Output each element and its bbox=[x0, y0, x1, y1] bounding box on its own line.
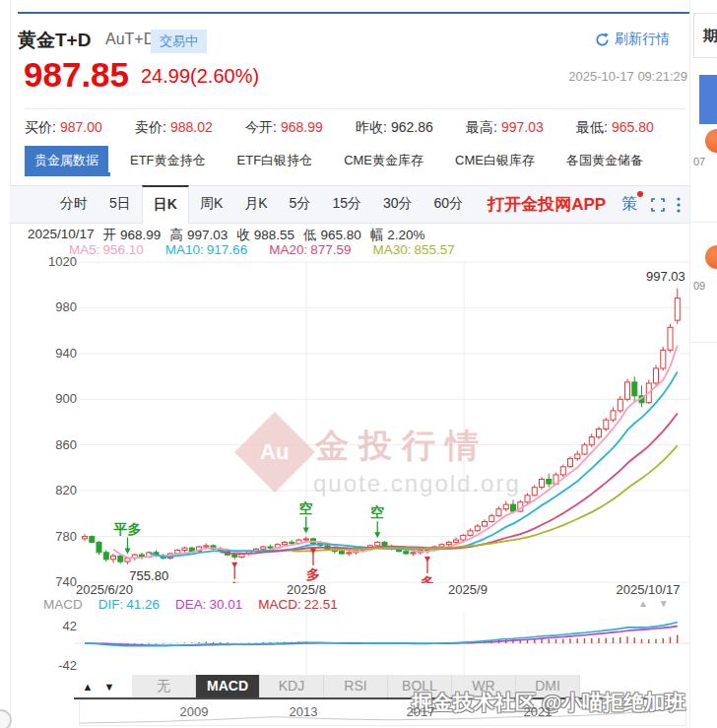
navigator-year: 2009 bbox=[180, 704, 209, 719]
svg-text:997.03: 997.03 bbox=[646, 269, 685, 284]
quote-item: 最低:965.80 bbox=[576, 119, 686, 137]
ohlc-value: 988.55 bbox=[254, 228, 294, 242]
instrument-code: AuT+D bbox=[105, 31, 155, 48]
data-tab-4[interactable]: CME白银库存 bbox=[445, 146, 545, 175]
more-menu-button[interactable] bbox=[677, 197, 681, 213]
gold-quote-page: 黄金T+D AuT+D 交易中 刷新行情 987.85 24.99(2.60%)… bbox=[0, 0, 717, 728]
quote-item: 今开:968.99 bbox=[245, 119, 356, 137]
active-tab-underline bbox=[25, 172, 110, 176]
y-axis-tick: 780 bbox=[30, 529, 77, 544]
kline-tab-8[interactable]: 60分 bbox=[424, 185, 475, 222]
kline-tab-0[interactable]: 分时 bbox=[49, 185, 98, 222]
kline-tab-3[interactable]: 周K bbox=[189, 185, 233, 222]
data-tab-0[interactable]: 贵金属数据 bbox=[25, 146, 108, 175]
data-tab-3[interactable]: CME黄金库存 bbox=[334, 146, 433, 175]
x-axis-tick: 2025/6/20 bbox=[76, 582, 133, 597]
data-tabs: 贵金属数据ETF黄金持仓ETF白银持仓CME黄金库存CME白银库存各国黄金储备 bbox=[25, 146, 665, 175]
macd-value: 30.01 bbox=[210, 597, 243, 612]
strategy-button[interactable]: 策 bbox=[621, 194, 637, 215]
y-axis-tick: 860 bbox=[30, 437, 77, 452]
data-tab-2[interactable]: ETF白银持仓 bbox=[228, 146, 323, 175]
macd-value: 41.26 bbox=[126, 597, 160, 612]
divider bbox=[690, 342, 717, 343]
right-panel-blue-button[interactable] bbox=[699, 75, 717, 124]
macd-item: MACD:22.51 bbox=[258, 597, 337, 612]
refresh-quotes-button[interactable]: 刷新行情 bbox=[595, 31, 670, 48]
ohlc-value: 965.80 bbox=[320, 228, 360, 242]
divider bbox=[25, 108, 686, 109]
macd-panel-label: MACD bbox=[43, 597, 83, 612]
ohlc-label: 收 bbox=[236, 228, 250, 242]
quote-item: 买价:987.00 bbox=[25, 119, 135, 137]
y-axis-tick: 980 bbox=[30, 299, 77, 314]
kline-tab-7[interactable]: 30分 bbox=[372, 185, 424, 222]
candlestick-chart[interactable]: 平多755.80多空多空多997.03 bbox=[10, 254, 689, 583]
macd-axis-tick: -42 bbox=[30, 658, 77, 673]
ohlc-value: 2025/10/17 bbox=[28, 227, 95, 241]
kline-tab-2[interactable]: 日K bbox=[142, 185, 189, 224]
current-price: 987.85 bbox=[24, 55, 129, 95]
refresh-icon bbox=[595, 33, 610, 47]
open-app-link[interactable]: 打开金投网APP bbox=[488, 193, 606, 216]
quote-label: 今开: bbox=[245, 119, 277, 135]
macd-collapse-arrows[interactable]: ▲ ▼ bbox=[638, 598, 673, 609]
x-axis-tick: 2025/8 bbox=[287, 582, 326, 597]
kline-tab-5[interactable]: 5分 bbox=[279, 185, 322, 222]
refresh-label: 刷新行情 bbox=[615, 31, 670, 48]
macd-item: DIF:41.26 bbox=[98, 597, 160, 612]
quote-label: 买价: bbox=[25, 119, 56, 135]
macd-label: DIF: bbox=[98, 597, 124, 612]
indicator-tab-2[interactable]: KDJ bbox=[260, 675, 324, 697]
indicator-up-arrow[interactable]: ▲ bbox=[77, 681, 98, 693]
macd-item: DEA:30.01 bbox=[175, 597, 242, 612]
kline-period-tabs: 分时5日日K周K月K5分15分30分60分 bbox=[49, 185, 474, 224]
quote-value: 962.86 bbox=[391, 119, 433, 135]
indicator-tab-3[interactable]: RSI bbox=[324, 675, 388, 697]
kline-tab-4[interactable]: 月K bbox=[233, 185, 278, 222]
indicator-tab-1[interactable]: MACD bbox=[196, 675, 260, 697]
indicator-down-arrow[interactable]: ▼ bbox=[98, 681, 120, 693]
data-tab-5[interactable]: 各国黄金储备 bbox=[556, 146, 653, 175]
svg-text:多: 多 bbox=[421, 574, 434, 583]
quote-item: 最高:997.03 bbox=[466, 119, 576, 137]
macd-value: 22.51 bbox=[304, 597, 338, 612]
macd-label: DEA: bbox=[175, 597, 207, 612]
vertical-dots-icon bbox=[677, 197, 681, 213]
kline-tab-1[interactable]: 5日 bbox=[98, 185, 142, 222]
ohlc-value: 2.20% bbox=[387, 228, 424, 242]
notification-dot bbox=[637, 191, 643, 197]
ohlc-label: 高 bbox=[169, 228, 183, 242]
macd-chart[interactable] bbox=[10, 613, 689, 676]
kline-tab-6[interactable]: 15分 bbox=[321, 185, 372, 222]
svg-text:755.80: 755.80 bbox=[129, 568, 168, 583]
x-axis-tick: 2025/9 bbox=[448, 582, 488, 597]
svg-text:空: 空 bbox=[370, 504, 384, 520]
y-axis-tick: 940 bbox=[30, 346, 77, 361]
ohlc-value: 968.99 bbox=[120, 228, 161, 242]
kline-toolbar: 分时5日日K周K月K5分15分30分60分 打开金投网APP 策 bbox=[10, 185, 689, 224]
svg-text:多: 多 bbox=[306, 566, 320, 582]
quote-value: 997.03 bbox=[501, 119, 544, 135]
y-axis-tick: 1020 bbox=[30, 254, 77, 269]
macd-axis-tick: 42 bbox=[30, 619, 77, 633]
ohlc-value: 997.03 bbox=[187, 228, 228, 242]
right-panel-tab[interactable]: 期 bbox=[693, 13, 717, 58]
quote-label: 卖价: bbox=[135, 119, 166, 135]
navigator-year: 2013 bbox=[290, 704, 318, 719]
quote-value: 965.80 bbox=[612, 119, 654, 135]
price-change: 24.99(2.60%) bbox=[141, 65, 259, 88]
fullscreen-button[interactable] bbox=[651, 198, 665, 212]
quote-label: 最低: bbox=[576, 119, 608, 135]
y-axis-tick: 740 bbox=[30, 574, 77, 589]
right-panel-time: 09 bbox=[693, 280, 705, 292]
data-tab-1[interactable]: ETF黄金持仓 bbox=[120, 146, 216, 175]
quote-value: 987.00 bbox=[60, 119, 102, 135]
quote-label: 昨收: bbox=[356, 119, 387, 135]
svg-text:平多: 平多 bbox=[113, 521, 142, 537]
indicator-tab-0[interactable]: 无 bbox=[132, 675, 196, 697]
svg-text:多: 多 bbox=[228, 580, 241, 583]
quote-value: 988.02 bbox=[170, 119, 213, 135]
quote-timestamp: 2025-10-17 09:21:29 bbox=[532, 69, 687, 84]
trading-status-badge: 交易中 bbox=[151, 30, 207, 53]
macd-label: MACD: bbox=[258, 597, 301, 612]
